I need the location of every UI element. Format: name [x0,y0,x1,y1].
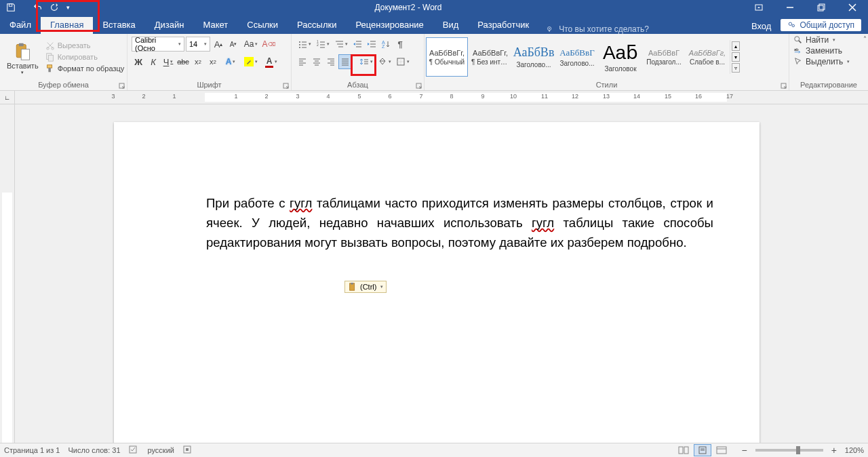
bullets-icon[interactable]: ▾ [296,37,313,52]
status-word-count[interactable]: Число слов: 31 [68,446,120,454]
tab-insert[interactable]: Вставка [93,17,144,34]
group-font: Calibri (Осно▾ 14▾ A▴ A▾ Aa▾ A⌫ Ж К Ч▾ a… [127,34,292,90]
svg-rect-3 [818,5,823,11]
shrink-font-icon[interactable]: A▾ [226,37,240,52]
replace-button[interactable]: abЗаменить [793,46,864,56]
svg-text:ab: ab [794,47,799,52]
bold-button[interactable]: Ж [132,54,145,69]
styles-launcher-icon[interactable] [781,83,787,90]
zoom-out-icon[interactable]: − [738,445,749,456]
status-bar: Страница 1 из 1 Число слов: 31 русский −… [0,443,868,457]
document-scroll[interactable]: При работе с гугл таблицами часто приход… [15,104,868,443]
italic-button[interactable]: К [146,54,160,69]
redo-icon[interactable] [46,0,62,15]
strikethrough-button[interactable]: abc [176,54,190,69]
zoom-level[interactable]: 120% [841,446,864,454]
font-color-icon[interactable]: A▾ [262,54,281,69]
page: При работе с гугл таблицами часто приход… [114,122,760,443]
tab-home[interactable]: Главная [41,17,93,34]
status-language[interactable]: русский [148,446,174,454]
status-spellcheck-icon[interactable] [129,445,140,456]
tab-layout[interactable]: Макет [193,17,237,34]
cut-button[interactable]: Вырезать [45,41,125,50]
status-page[interactable]: Страница 1 из 1 [4,446,60,454]
paste-button[interactable]: Вставить ▾ [3,39,43,75]
styles-gallery-more[interactable]: ▴▾▿ [730,40,741,74]
copy-button[interactable]: Копировать [45,52,125,62]
clipboard-launcher-icon[interactable] [119,83,125,90]
paste-options-button[interactable]: (Ctrl) ▾ [344,281,387,293]
align-right-icon[interactable] [324,54,338,69]
style-box[interactable]: АаБбВвГг,¶ Без инте... [469,37,511,77]
style-box[interactable]: АаБбВвГг,Слабое в... [686,37,728,77]
sign-in-link[interactable]: Вход [745,18,778,34]
tab-view[interactable]: Вид [433,17,469,34]
status-macro-icon[interactable] [182,445,192,456]
maximize-icon[interactable] [806,0,837,15]
show-hide-paragraph-icon[interactable]: ¶ [393,37,407,52]
highlight-color-icon[interactable]: ▾ [241,54,260,69]
clear-formatting-icon[interactable]: A⌫ [262,37,275,52]
tab-file[interactable]: Файл [0,17,41,34]
style-box[interactable]: АаБбВвЗаголово... [513,37,555,77]
style-box[interactable]: АаБбВвГПодзагол... [643,37,685,77]
share-button[interactable]: Общий доступ [781,19,861,31]
font-launcher-icon[interactable] [283,83,290,90]
svg-point-22 [299,41,300,43]
tab-review[interactable]: Рецензирование [346,17,433,34]
style-box[interactable]: AaƃЗаголовок [599,37,642,77]
borders-icon[interactable]: ▾ [394,54,412,69]
tab-mailings[interactable]: Рассылки [288,17,346,34]
save-icon[interactable] [3,0,19,15]
select-button[interactable]: Выделить▾ [793,57,864,66]
justify-icon[interactable] [338,54,352,69]
tab-references[interactable]: Ссылки [237,17,288,34]
close-icon[interactable] [837,0,868,15]
line-spacing-icon[interactable]: ▾ [357,54,375,69]
group-editing: Найти▾ abЗаменить Выделить▾ Редактирован… [789,34,868,90]
find-button[interactable]: Найти▾ [793,35,864,45]
view-print-layout-icon[interactable] [694,444,711,456]
increase-indent-icon[interactable] [365,37,378,52]
svg-rect-77 [684,447,688,454]
tab-developer[interactable]: Разработчик [468,17,538,34]
undo-icon[interactable] [30,0,46,15]
tab-selector-icon[interactable]: ∟ [0,91,15,104]
zoom-slider[interactable] [755,449,823,452]
view-read-mode-icon[interactable] [675,444,692,456]
font-name-combo[interactable]: Calibri (Осно▾ [132,37,184,52]
svg-text:2: 2 [317,43,319,47]
view-web-layout-icon[interactable] [713,444,730,456]
superscript-button[interactable]: x2 [206,54,220,69]
font-size-combo[interactable]: 14▾ [186,37,210,52]
numbering-icon[interactable]: 12▾ [314,37,332,52]
paragraph-launcher-icon[interactable] [416,83,422,90]
svg-point-24 [299,47,300,48]
ribbon: ˄ Вставить ▾ Вырезать Копировать Ф [0,34,868,91]
grow-font-icon[interactable]: A▴ [212,37,225,52]
multilevel-list-icon[interactable]: ▾ [332,37,350,52]
document-body[interactable]: При работе с гугл таблицами часто приход… [114,122,760,252]
align-left-icon[interactable] [296,54,309,69]
change-case-icon[interactable]: Aa▾ [241,37,260,52]
style-box[interactable]: АаБбВвГЗаголово... [556,37,598,77]
text-effects-icon[interactable]: A▾ [221,54,240,69]
decrease-indent-icon[interactable] [351,37,364,52]
tab-design[interactable]: Дизайн [145,17,194,34]
format-painter-button[interactable]: Формат по образцу [45,64,125,73]
svg-rect-72 [351,283,353,285]
tell-me-search[interactable]: Что вы хотите сделать? [538,24,649,34]
ribbon-display-options-icon[interactable] [743,0,774,15]
sort-icon[interactable]: AZ [379,37,393,52]
align-center-icon[interactable] [310,54,323,69]
svg-rect-17 [48,55,53,61]
qat-customize-icon[interactable]: ▾ [62,0,73,15]
subscript-button[interactable]: x2 [191,54,205,69]
collapse-ribbon-icon[interactable]: ˄ [863,35,867,43]
underline-button[interactable]: Ч▾ [161,54,175,69]
minimize-icon[interactable] [774,0,806,15]
style-box[interactable]: АаБбВвГг,¶ Обычный [426,37,468,77]
shading-icon[interactable]: ▾ [376,54,393,69]
zoom-in-icon[interactable]: + [829,445,840,456]
quick-access-toolbar: ▾ [0,0,73,15]
